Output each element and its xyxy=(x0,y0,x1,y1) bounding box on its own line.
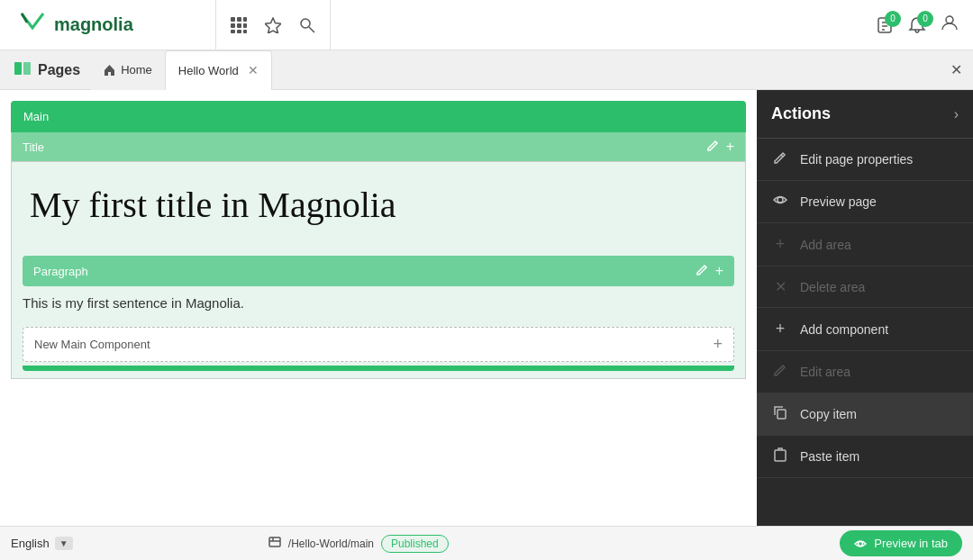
svg-rect-0 xyxy=(231,17,235,22)
nav-right: 0 0 xyxy=(861,14,973,36)
preview-icon xyxy=(771,193,789,211)
svg-rect-18 xyxy=(23,62,31,75)
favorites-button[interactable] xyxy=(265,17,281,33)
action-delete-area-label: Delete area xyxy=(800,280,865,294)
svg-point-19 xyxy=(777,197,783,203)
svg-rect-1 xyxy=(237,17,241,22)
action-delete-area: ✕ Delete area xyxy=(757,266,973,308)
svg-marker-9 xyxy=(265,18,281,33)
title-add-button[interactable]: + xyxy=(726,139,734,155)
page-editor: Main Title + My first title in M xyxy=(0,90,757,526)
new-component-bar[interactable]: New Main Component + xyxy=(23,327,734,362)
page-title: My first title in Magnolia xyxy=(30,184,727,227)
status-bar: English ▼ /Hello-World/main Published Pr… xyxy=(0,526,973,560)
path-area: /Hello-World/main Published xyxy=(268,535,449,553)
main-header-label: Main xyxy=(23,110,49,123)
action-edit-page-properties[interactable]: Edit page properties xyxy=(757,139,973,181)
preview-btn-label: Preview in tab xyxy=(874,537,948,550)
action-preview-page-label: Preview page xyxy=(800,194,877,209)
tab-home[interactable]: Home xyxy=(91,50,165,90)
tab-bar: Pages Home Hello World ✕ ✕ xyxy=(0,50,973,90)
action-add-component[interactable]: + Add component xyxy=(757,308,973,351)
action-add-area-label: Add area xyxy=(800,238,851,252)
svg-rect-5 xyxy=(243,23,247,28)
pages-label: Pages xyxy=(14,62,80,78)
main-component-area: Main Title + My first title in M xyxy=(11,101,746,379)
language-text: English xyxy=(11,537,50,550)
magnolia-logo-icon xyxy=(18,10,47,41)
svg-point-16 xyxy=(946,16,953,23)
action-edit-page-properties-label: Edit page properties xyxy=(800,152,913,167)
actions-chevron-button[interactable]: › xyxy=(954,106,959,122)
apps-button[interactable] xyxy=(231,17,247,33)
action-add-component-label: Add component xyxy=(800,322,888,337)
action-copy-item[interactable]: Copy item xyxy=(757,393,973,436)
svg-point-23 xyxy=(859,541,863,546)
paragraph-content: This is my first sentence in Magnolia. xyxy=(23,286,734,320)
paragraph-label: Paragraph xyxy=(33,265,88,278)
search-button[interactable] xyxy=(299,17,315,33)
tasks-badge: 0 xyxy=(885,11,901,27)
svg-rect-7 xyxy=(237,30,241,33)
action-add-area: + Add area xyxy=(757,223,973,266)
svg-rect-2 xyxy=(243,17,247,22)
action-preview-page[interactable]: Preview page xyxy=(757,181,973,223)
svg-line-11 xyxy=(309,27,314,32)
delete-area-icon: ✕ xyxy=(771,278,789,295)
language-selector[interactable]: English ▼ xyxy=(11,537,73,550)
paragraph-bar: Paragraph + xyxy=(23,256,734,286)
main-layout: Main Title + My first title in M xyxy=(0,90,973,526)
profile-button[interactable] xyxy=(941,14,959,36)
paragraph-text: This is my first sentence in Magnolia. xyxy=(23,295,244,311)
svg-rect-6 xyxy=(231,30,235,33)
tasks-button[interactable]: 0 xyxy=(876,16,894,34)
top-nav: magnolia 0 xyxy=(0,0,973,50)
tab-active-label: Hello World xyxy=(178,64,239,77)
pages-text: Pages xyxy=(38,62,80,78)
action-edit-area-label: Edit area xyxy=(800,365,850,379)
path-text: /Hello-World/main xyxy=(288,537,374,550)
notifications-badge: 0 xyxy=(917,11,933,27)
new-component-label: New Main Component xyxy=(34,338,150,351)
paste-icon xyxy=(771,447,789,465)
action-edit-area: Edit area xyxy=(757,351,973,393)
svg-rect-3 xyxy=(231,23,235,28)
paragraph-add-button[interactable]: + xyxy=(715,263,723,279)
title-edit-button[interactable] xyxy=(706,139,719,155)
language-arrow-icon: ▼ xyxy=(55,537,73,550)
add-area-icon: + xyxy=(771,235,789,254)
svg-rect-21 xyxy=(775,450,786,461)
path-icon xyxy=(268,536,281,551)
page-content: My first title in Magnolia xyxy=(12,162,745,256)
edit-area-icon xyxy=(771,363,789,381)
paragraph-edit-button[interactable] xyxy=(696,263,708,279)
action-paste-item[interactable]: Paste item xyxy=(757,436,973,478)
notifications-button[interactable]: 0 xyxy=(908,16,926,34)
close-all-button[interactable]: ✕ xyxy=(950,61,962,78)
svg-rect-22 xyxy=(269,537,280,546)
svg-rect-8 xyxy=(243,30,247,33)
logo-text: magnolia xyxy=(54,14,133,35)
preview-in-tab-button[interactable]: Preview in tab xyxy=(840,530,962,556)
tab-home-label: Home xyxy=(121,63,152,77)
nav-icons xyxy=(216,0,331,50)
actions-title: Actions xyxy=(771,104,831,123)
actions-header: Actions › xyxy=(757,90,973,139)
svg-rect-17 xyxy=(14,62,22,75)
svg-rect-4 xyxy=(237,23,241,28)
tab-close-button[interactable]: ✕ xyxy=(248,63,259,77)
pages-icon xyxy=(14,62,31,78)
new-component-add-button[interactable]: + xyxy=(713,335,723,354)
svg-rect-20 xyxy=(777,410,786,419)
main-header: Main xyxy=(11,101,746,132)
bottom-green-bar xyxy=(23,366,734,371)
action-paste-item-label: Paste item xyxy=(800,449,859,464)
title-bar-label: Title xyxy=(23,140,44,154)
tab-active[interactable]: Hello World ✕ xyxy=(165,50,272,90)
copy-icon xyxy=(771,405,789,423)
logo-area: magnolia xyxy=(0,0,216,50)
action-copy-item-label: Copy item xyxy=(800,407,857,421)
add-component-icon: + xyxy=(771,320,789,339)
svg-point-10 xyxy=(301,19,310,28)
actions-panel: Actions › Edit page properties Preview p… xyxy=(757,90,973,526)
